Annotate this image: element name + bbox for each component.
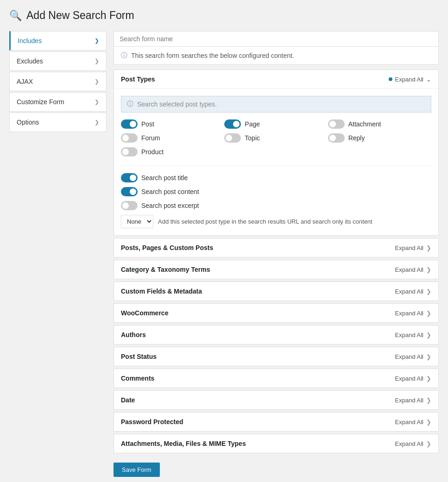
toggle-page-switch[interactable] <box>224 119 241 129</box>
sidebar: Includes ❯ Excludes ❯ AJAX ❯ Customize F… <box>9 31 107 477</box>
toggle-forum-switch[interactable] <box>121 133 138 143</box>
chevron-right-icon-7: ❯ <box>426 397 431 404</box>
sidebar-item-customize-form[interactable]: Customize Form ❯ <box>9 92 107 112</box>
accordion-section-3: WooCommerce Expand All ❯ <box>114 303 439 323</box>
toggle-product-label: Product <box>141 148 164 156</box>
search-form-name-input[interactable] <box>114 31 439 47</box>
accordion-title-3: WooCommerce <box>121 309 168 317</box>
toggle-page-label: Page <box>245 120 260 128</box>
chevron-right-icon-0: ❯ <box>426 244 431 251</box>
page-title: 🔍 Add New Search Form <box>9 9 439 22</box>
search-icon-large: 🔍 <box>9 10 22 22</box>
accordion-header-1[interactable]: Category & Taxonomy Terms Expand All ❯ <box>114 260 438 279</box>
expand-all-label-8: Expand All <box>395 419 423 426</box>
accordion-section-2: Custom Fields & Metadata Expand All ❯ <box>114 282 439 301</box>
sidebar-item-label: Options <box>17 119 39 126</box>
accordion-sections-list: Posts, Pages & Custom Posts Expand All ❯… <box>114 238 439 453</box>
expand-all-label-7: Expand All <box>395 397 423 404</box>
content-area: ⓘ This search form searches the below co… <box>114 31 439 477</box>
chevron-right-icon: ❯ <box>95 78 99 85</box>
status-dot <box>389 77 392 81</box>
accordion-title-0: Posts, Pages & Custom Posts <box>121 244 213 251</box>
chevron-down-icon: ⌄ <box>426 76 431 83</box>
toggle-reply: Reply <box>328 133 431 143</box>
toggle-post: Post <box>121 119 224 129</box>
expand-all-label-5: Expand All <box>395 353 423 360</box>
accordion-title-2: Custom Fields & Metadata <box>121 288 202 295</box>
accordion-section-6: Comments Expand All ❯ <box>114 369 439 388</box>
post-types-header[interactable]: Post Types Expand All ⌄ <box>114 70 438 88</box>
chevron-right-icon-6: ❯ <box>426 375 431 382</box>
accordion-header-7[interactable]: Date Expand All ❯ <box>114 391 438 409</box>
toggle-topic-label: Topic <box>245 134 260 142</box>
accordion-title-7: Date <box>121 396 135 404</box>
expand-all-area[interactable]: Expand All ⌄ <box>389 76 431 83</box>
accordion-section-9: Attachments, Media, Files & MIME Types E… <box>114 434 439 453</box>
accordion-header-0[interactable]: Posts, Pages & Custom Posts Expand All ❯ <box>114 238 438 257</box>
toggle-reply-switch[interactable] <box>328 133 345 143</box>
accordion-header-5[interactable]: Post Status Expand All ❯ <box>114 347 438 366</box>
accordion-section-5: Post Status Expand All ❯ <box>114 347 439 366</box>
toggle-post-title-switch[interactable] <box>121 173 138 182</box>
accordion-title-4: Authors <box>121 331 146 338</box>
expand-all-area-1[interactable]: Expand All ❯ <box>395 266 431 273</box>
toggle-page: Page <box>224 119 328 129</box>
accordion-header-2[interactable]: Custom Fields & Metadata Expand All ❯ <box>114 282 438 300</box>
toggle-product-switch[interactable] <box>121 147 138 156</box>
toggle-post-excerpt-switch[interactable] <box>121 201 138 210</box>
sidebar-item-excludes[interactable]: Excludes ❯ <box>9 51 107 71</box>
expand-all-area-9[interactable]: Expand All ❯ <box>395 440 431 447</box>
save-form-button[interactable]: Save Form <box>114 463 160 477</box>
chevron-right-icon: ❯ <box>95 58 99 64</box>
toggle-topic-switch[interactable] <box>224 133 241 143</box>
sidebar-item-ajax[interactable]: AJAX ❯ <box>9 72 107 91</box>
chevron-right-icon: ❯ <box>95 119 99 125</box>
accordion-header-8[interactable]: Password Protected Expand All ❯ <box>114 413 438 431</box>
search-option-excerpt: Search post excerpt <box>121 201 431 210</box>
toggle-attachment-switch[interactable] <box>328 119 345 129</box>
expand-all-area-7[interactable]: Expand All ❯ <box>395 397 431 404</box>
url-option-select[interactable]: None <box>121 215 153 228</box>
accordion-header-3[interactable]: WooCommerce Expand All ❯ <box>114 304 438 322</box>
chevron-right-icon-4: ❯ <box>426 332 431 338</box>
accordion-header-6[interactable]: Comments Expand All ❯ <box>114 369 438 388</box>
expand-all-area-5[interactable]: Expand All ❯ <box>395 353 431 360</box>
expand-all-label-2: Expand All <box>395 288 423 295</box>
expand-all-area-0[interactable]: Expand All ❯ <box>395 244 431 251</box>
post-types-title: Post Types <box>121 75 155 83</box>
accordion-header-4[interactable]: Authors Expand All ❯ <box>114 326 438 344</box>
sidebar-item-label: Excludes <box>17 57 43 65</box>
expand-all-label-3: Expand All <box>395 310 423 317</box>
accordion-title-8: Password Protected <box>121 418 183 426</box>
chevron-right-icon-9: ❯ <box>426 440 431 447</box>
toggle-post-switch[interactable] <box>121 119 138 129</box>
info-icon: ⓘ <box>121 51 127 60</box>
info-icon-small: ⓘ <box>127 100 133 108</box>
toggle-product: Product <box>121 147 224 156</box>
toggle-forum: Forum <box>121 133 224 143</box>
accordion-title-1: Category & Taxonomy Terms <box>121 266 210 273</box>
toggle-post-content-switch[interactable] <box>121 187 138 196</box>
expand-all-area-3[interactable]: Expand All ❯ <box>395 310 431 317</box>
toggle-attachment-label: Attachment <box>348 120 381 128</box>
url-option-row: None Add this selected post type in the … <box>121 215 431 228</box>
search-placeholder-text: Search selected post types. <box>137 100 217 108</box>
search-option-title: Search post title <box>121 173 431 182</box>
toggle-attachment: Attachment <box>328 119 431 129</box>
expand-all-area-4[interactable]: Expand All ❯ <box>395 332 431 338</box>
chevron-right-icon-5: ❯ <box>426 353 431 360</box>
expand-all-area-2[interactable]: Expand All ❯ <box>395 288 431 295</box>
chevron-right-icon: ❯ <box>95 38 99 44</box>
sidebar-item-options[interactable]: Options ❯ <box>9 113 107 132</box>
accordion-section-0: Posts, Pages & Custom Posts Expand All ❯ <box>114 238 439 257</box>
toggle-post-label: Post <box>141 120 154 128</box>
info-message: This search form searches the below conf… <box>131 52 294 59</box>
sidebar-item-includes[interactable]: Includes ❯ <box>9 31 107 50</box>
toggle-post-content-label: Search post content <box>141 188 199 195</box>
expand-all-area-8[interactable]: Expand All ❯ <box>395 419 431 426</box>
accordion-header-9[interactable]: Attachments, Media, Files & MIME Types E… <box>114 434 438 453</box>
expand-all-area-6[interactable]: Expand All ❯ <box>395 375 431 382</box>
expand-all-label-6: Expand All <box>395 375 423 382</box>
post-type-toggles-grid: Post Page <box>121 119 431 156</box>
toggle-forum-label: Forum <box>141 134 160 142</box>
